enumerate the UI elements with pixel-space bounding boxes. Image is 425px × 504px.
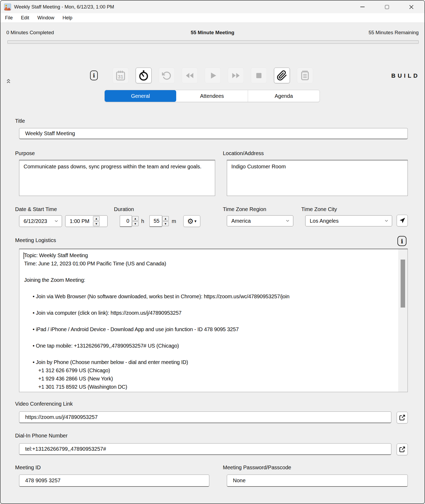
menu-help[interactable]: Help: [63, 15, 72, 21]
window-title: Weekly Staff Meeting - Mon, 6/12/23, 1:0…: [14, 4, 114, 10]
chevron-down-icon: [286, 220, 289, 222]
passcode-input[interactable]: None: [227, 475, 408, 487]
location-label: Location/Address: [223, 150, 264, 156]
stop-button[interactable]: [251, 68, 267, 83]
app-window: Weekly Staff Meeting - Mon, 6/12/23, 1:0…: [0, 0, 425, 504]
paperclip-icon: [277, 70, 287, 81]
start-time-value: 1:00 PM: [70, 218, 89, 224]
purpose-text: Communicate pass downs, sync progress wi…: [24, 164, 201, 169]
logistics-info-icon[interactable]: i: [397, 236, 406, 246]
info-icon[interactable]: i: [90, 71, 98, 80]
date-start-label: Date & Start Time: [15, 206, 57, 212]
scrollbar[interactable]: [398, 249, 408, 392]
meeting-progress-bar: [7, 40, 419, 44]
video-link-input[interactable]: https://zoom.us/j/47890953257: [19, 411, 391, 423]
title-input[interactable]: Weekly Staff Meeting: [19, 128, 408, 139]
duration-label: Duration: [114, 206, 134, 212]
date-value: 6/12/2023: [24, 218, 47, 224]
rewind-icon: [184, 71, 195, 80]
timezone-region-select[interactable]: America: [227, 215, 293, 226]
attachments-button[interactable]: [274, 68, 290, 83]
open-video-link-button[interactable]: [397, 412, 408, 423]
start-time-spinner[interactable]: 1:00 PM: [65, 215, 108, 227]
detect-timezone-button[interactable]: [397, 215, 408, 226]
duration-settings-button[interactable]: ⚙ ▼: [183, 215, 200, 227]
duration-minutes-input[interactable]: 55: [149, 215, 162, 227]
maximize-icon: [385, 5, 389, 9]
menu-edit[interactable]: Edit: [21, 15, 29, 21]
minimize-button[interactable]: [358, 2, 367, 12]
video-link-label: Video Conferencing Link: [15, 401, 73, 407]
minutes-down-button[interactable]: ▼: [162, 221, 169, 226]
purpose-textarea[interactable]: Communicate pass downs, sync progress wi…: [19, 160, 215, 196]
dial-in-input[interactable]: tel:+13126266799,,47890953257#: [19, 443, 391, 455]
hours-spin-buttons: ▲ ▼: [132, 216, 139, 226]
reset-timer-button[interactable]: [159, 68, 175, 83]
chevron-down-icon: [55, 220, 58, 222]
dial-in-label: Dial-In Phone Number: [15, 433, 68, 439]
maximize-button[interactable]: [383, 2, 391, 12]
play-button[interactable]: [205, 68, 221, 83]
menu-file[interactable]: File: [5, 15, 13, 21]
build-logo: BUILD: [391, 72, 420, 79]
progress-section: 0 Minutes Completed 55 Minute Meeting 55…: [1, 30, 424, 37]
svg-text:31: 31: [118, 74, 123, 79]
time-down-button[interactable]: ▼: [93, 221, 100, 226]
tz-city-label: Time Zone City: [301, 206, 337, 212]
collapse-chevrons-icon[interactable]: [6, 79, 11, 84]
time-up-button[interactable]: ▲: [93, 216, 100, 221]
rewind-button[interactable]: [182, 68, 198, 83]
tz-region-label: Time Zone Region: [223, 206, 266, 212]
purpose-label: Purpose: [15, 150, 35, 156]
time-spin-buttons: ▲ ▼: [93, 216, 100, 226]
toolbar: i 31: [90, 68, 313, 83]
calendar-icon: 31: [115, 70, 126, 81]
minimize-icon: [360, 7, 365, 7]
stopwatch-icon: [138, 69, 149, 82]
meeting-id-input[interactable]: 478 9095 3257: [19, 475, 209, 487]
minutes-remaining-label: 55 Minutes Remaining: [369, 30, 419, 36]
duration-hours-input[interactable]: 0: [120, 215, 132, 227]
tz-city-value: Los Angeles: [310, 218, 339, 224]
external-link-icon: [399, 446, 406, 453]
meeting-logistics-textarea[interactable]: Topic: Weekly Staff Meeting Time: June 1…: [19, 249, 408, 392]
logistics-text: Topic: Weekly Staff Meeting Time: June 1…: [24, 251, 396, 391]
notes-button[interactable]: [297, 68, 313, 83]
external-link-icon: [399, 414, 406, 421]
calendar-button[interactable]: 31: [113, 68, 129, 83]
minutes-spin-buttons: ▲ ▼: [162, 216, 169, 226]
title-label: Title: [15, 118, 25, 124]
location-textarea[interactable]: Indigo Customer Room: [227, 160, 408, 196]
meeting-id-label: Meeting ID: [15, 464, 41, 471]
passcode-label: Meeting Password/Passcode: [223, 464, 291, 471]
date-select[interactable]: 6/12/2023: [19, 215, 62, 227]
tab-agenda[interactable]: Agenda: [248, 90, 320, 102]
stopwatch-button[interactable]: [136, 68, 152, 83]
navigation-arrow-icon: [399, 217, 406, 224]
scrollbar-thumb[interactable]: [401, 260, 405, 308]
hours-up-button[interactable]: ▲: [132, 216, 139, 221]
notepad-icon: [300, 70, 310, 81]
tab-general[interactable]: General: [105, 90, 176, 102]
fast-forward-button[interactable]: [228, 68, 244, 83]
menu-bar: File Edit Window Help: [1, 13, 424, 22]
meeting-length-label: 55 Minute Meeting: [1, 30, 424, 36]
titlebar: Weekly Staff Meeting - Mon, 6/12/23, 1:0…: [1, 1, 424, 13]
minutes-unit-label: m: [172, 218, 176, 224]
hours-down-button[interactable]: ▼: [132, 221, 139, 226]
timezone-city-select[interactable]: Los Angeles: [305, 215, 392, 226]
app-icon: [4, 3, 11, 11]
minutes-up-button[interactable]: ▲: [162, 216, 169, 221]
play-icon: [208, 71, 218, 80]
tz-region-value: America: [231, 218, 251, 224]
open-dial-in-button[interactable]: [397, 444, 408, 455]
tab-attendees[interactable]: Attendees: [176, 90, 248, 102]
menu-window[interactable]: Window: [37, 15, 54, 21]
fast-forward-icon: [231, 71, 241, 80]
close-button[interactable]: [407, 2, 415, 12]
reset-icon: [162, 71, 172, 81]
chevron-down-icon: [385, 220, 388, 222]
hours-unit-label: h: [141, 218, 144, 224]
tab-bar: General Attendees Agenda: [104, 90, 320, 102]
window-controls: [358, 1, 424, 13]
